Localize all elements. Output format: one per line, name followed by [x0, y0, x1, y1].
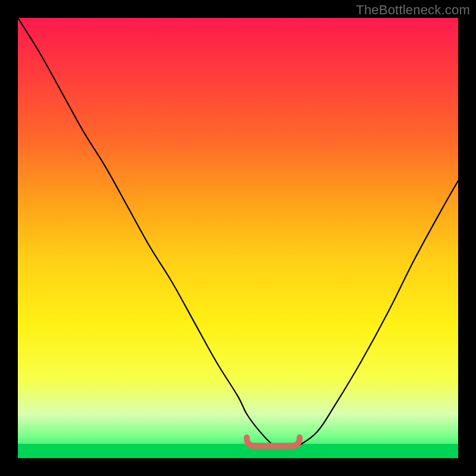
- curve-svg: [18, 18, 458, 458]
- bottleneck-curve-path: [18, 18, 458, 447]
- optimal-range-marker: [247, 437, 300, 446]
- plot-area: [18, 18, 458, 458]
- watermark-text: TheBottleneck.com: [356, 2, 470, 18]
- chart-frame: TheBottleneck.com: [0, 0, 476, 476]
